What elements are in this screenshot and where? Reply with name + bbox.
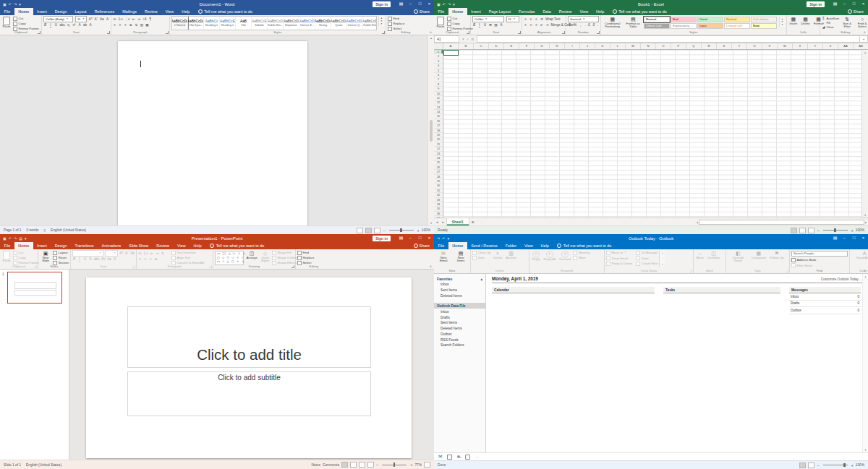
ribbon-tab[interactable]: Design — [51, 8, 71, 15]
ribbon-tab[interactable]: Insert — [33, 242, 51, 249]
style-item[interactable]: AaBbCcDc1 No Spac... — [188, 17, 204, 30]
enter-icon[interactable]: ✓ — [467, 38, 469, 41]
qat-customize-icon[interactable]: ▾ — [25, 236, 27, 241]
zoom-slider[interactable] — [823, 465, 848, 465]
column-header[interactable]: A — [443, 43, 459, 49]
message-count-row[interactable]: Inbox0 — [789, 293, 861, 301]
cell-style-item[interactable]: Calculation — [751, 17, 777, 22]
sign-in-button[interactable]: Sign in — [373, 1, 391, 7]
zoom-slider[interactable] — [382, 465, 407, 465]
collapse-ribbon-icon[interactable]: ∧ — [864, 269, 866, 272]
zoom-out-button[interactable]: – — [376, 462, 378, 467]
respond-small-button[interactable]: Meeting — [573, 251, 590, 255]
subtitle-placeholder[interactable]: Click to add subtitle — [127, 371, 371, 416]
zoom-level[interactable]: 100% — [856, 228, 864, 232]
comments-button[interactable]: Comments — [323, 463, 339, 467]
scroll-down-icon[interactable]: ▾ — [864, 213, 866, 217]
minimize-button[interactable]: – — [406, 234, 415, 242]
dialog-launcher-icon[interactable] — [467, 31, 469, 34]
web-layout-button[interactable] — [374, 228, 380, 233]
number-format-icon[interactable]: , — [579, 23, 582, 27]
ribbon-tab[interactable]: Page Layout — [485, 8, 514, 15]
ribbon-tab[interactable]: View — [161, 8, 178, 15]
clipboard-button[interactable]: Cut — [447, 17, 473, 21]
ribbon-display-options-icon[interactable]: ▤ — [830, 0, 840, 8]
unread-read-button[interactable]: ◧Unread/ Read — [728, 251, 749, 264]
more-nav-icon[interactable]: ⋯ — [475, 455, 479, 459]
tasks-header[interactable]: Tasks — [663, 287, 780, 293]
column-header[interactable]: K — [595, 43, 610, 49]
ribbon-tab[interactable]: Insert — [467, 8, 485, 15]
clipboard-button[interactable]: Copy — [13, 256, 39, 260]
scroll-down-icon[interactable]: ▾ — [662, 263, 663, 266]
style-item[interactable]: AaBbCcHeading 1 — [204, 17, 220, 30]
dialog-launcher-icon[interactable] — [518, 31, 521, 34]
delete-small-button[interactable]: Junk — [472, 256, 490, 260]
paragraph-button[interactable]: Align Text — [171, 256, 204, 260]
cell-style-item[interactable]: Bad — [671, 17, 697, 22]
number-format-icon[interactable]: .0→ — [592, 23, 597, 27]
font-format-icon[interactable]: U — [483, 23, 487, 27]
font-format-icon[interactable]: A — [500, 23, 503, 27]
ribbon-tab[interactable]: References — [90, 8, 119, 15]
font-format-icon[interactable]: abc — [60, 23, 65, 27]
paragraph-align-icon[interactable]: ▥ — [140, 23, 144, 27]
formula-input[interactable] — [477, 35, 859, 43]
style-item[interactable]: AaBbCcDcIntense Q... — [347, 17, 363, 30]
excel-vertical-scrollbar[interactable]: ▴▾ — [861, 50, 868, 218]
ribbon-tab[interactable]: Send / Receive — [467, 242, 502, 249]
find-select-button[interactable]: ○Find & Select — [855, 17, 868, 30]
sheet-prev-icon[interactable]: ◂ — [434, 218, 440, 225]
column-header[interactable]: Y — [808, 43, 823, 49]
font-size-select[interactable]: 11▾ — [75, 16, 87, 22]
style-item[interactable]: AaBbCcDcSubtle Ref... — [363, 17, 377, 30]
paragraph-tool-icon[interactable]: ¶ — [148, 17, 152, 21]
font-tool-icon[interactable]: A^ — [89, 17, 93, 21]
undo-icon[interactable]: ↶ — [443, 2, 446, 7]
font-format-icon[interactable]: B — [72, 257, 76, 261]
quick-step-item[interactable]: To Manager — [636, 251, 658, 255]
column-header[interactable]: E — [504, 43, 519, 49]
ribbon-tab[interactable]: Home — [14, 8, 33, 15]
cell-style-item[interactable]: Input — [697, 23, 723, 29]
shape-row[interactable]: ▭ ○ △ ◻ ☆ ◇ — [217, 259, 242, 264]
qat-customize-icon[interactable]: ▾ — [447, 236, 449, 241]
column-header[interactable]: D — [489, 43, 504, 49]
zoom-slider-thumb[interactable] — [400, 228, 402, 233]
font-name-select[interactable]: ▾ — [72, 250, 103, 257]
redo-icon[interactable]: ↷ — [14, 236, 17, 241]
selected-cell-a1[interactable] — [443, 50, 459, 56]
language-indicator[interactable]: English (United States) — [26, 463, 61, 467]
dialog-launcher-icon[interactable] — [209, 265, 212, 268]
paragraph-tool-icon[interactable]: 1.≡ — [119, 17, 124, 21]
zoom-level[interactable]: 100% — [422, 228, 430, 232]
ribbon-tab[interactable]: Help — [537, 242, 553, 249]
filter-email-button[interactable]: Filter Email — [791, 263, 848, 267]
normal-view-button[interactable] — [791, 228, 797, 233]
new-sheet-icon[interactable]: ⊕ — [469, 218, 477, 225]
dialog-launcher-icon[interactable] — [786, 270, 788, 272]
font-format-icon[interactable]: B — [472, 23, 476, 27]
column-header[interactable]: V — [762, 43, 778, 49]
cancel-icon[interactable]: × — [462, 38, 464, 41]
column-header[interactable]: AA — [838, 43, 854, 49]
language-indicator[interactable]: English (United States) — [51, 228, 86, 232]
column-header[interactable]: O — [656, 43, 671, 49]
ribbon-tab[interactable]: Home — [448, 242, 467, 249]
dialog-launcher-icon[interactable] — [597, 31, 600, 34]
folder-item[interactable]: Inbox — [434, 309, 485, 314]
new-slide-button[interactable]: ▣New Slide — [40, 251, 51, 264]
redo-icon[interactable]: ↷ — [14, 2, 17, 7]
column-header[interactable]: T — [732, 43, 747, 49]
categorize-button[interactable]: ▦Categorize — [750, 251, 767, 260]
reading-view-button[interactable] — [808, 462, 814, 468]
new-items-button[interactable]: ▤New Items — [453, 251, 469, 264]
collapse-ribbon-icon[interactable]: ∧ — [430, 30, 432, 34]
quick-step-item[interactable]: Team Email — [606, 256, 632, 260]
scroll-down-icon[interactable]: ▾ — [865, 448, 867, 452]
scroll-right-icon[interactable]: ▸ — [865, 220, 867, 224]
styles-gallery-scrollbar[interactable]: ▴▾▾ — [378, 16, 384, 26]
archive-button[interactable]: ▥Archive — [505, 251, 517, 260]
column-header[interactable]: Z — [823, 43, 838, 49]
paragraph-tool-icon[interactable]: •≡ — [113, 17, 116, 21]
